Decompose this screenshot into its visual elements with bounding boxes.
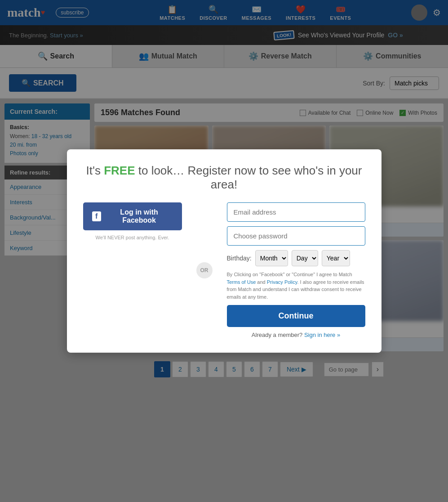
modal-overlay: It's FREE to look… Register now to see w… xyxy=(0,0,448,388)
modal-body: f Log in with Facebook We'll NEVER post … xyxy=(83,202,365,338)
month-select[interactable]: Month xyxy=(255,250,288,266)
signin-link[interactable]: Sign in here » xyxy=(304,332,340,338)
birthday-row: Birthday: Month Day Year xyxy=(227,250,365,266)
registration-modal: It's FREE to look… Register now to see w… xyxy=(67,149,381,353)
modal-right: Birthday: Month Day Year By Clicking on … xyxy=(227,202,365,338)
email-field[interactable] xyxy=(227,202,365,222)
modal-title: It's FREE to look… Register now to see w… xyxy=(83,164,365,192)
or-label: OR xyxy=(196,262,213,278)
modal-title-suffix: to look… Register now to see who's in yo… xyxy=(135,164,362,191)
facebook-icon: f xyxy=(92,211,101,221)
facebook-button-label: Log in with Facebook xyxy=(106,208,173,224)
already-member-text: Already a member? xyxy=(252,332,302,338)
modal-left: f Log in with Facebook We'll NEVER post … xyxy=(83,202,182,338)
day-select[interactable]: Day xyxy=(292,250,318,266)
year-select[interactable]: Year xyxy=(322,250,350,266)
never-post-text: We'll NEVER post anything. Ever. xyxy=(96,235,169,240)
modal-free-text: FREE xyxy=(104,164,135,177)
or-divider: OR xyxy=(196,202,213,338)
continue-button[interactable]: Continue xyxy=(227,305,365,327)
facebook-login-button[interactable]: f Log in with Facebook xyxy=(83,202,182,230)
password-field[interactable] xyxy=(227,226,365,246)
birthday-label: Birthday: xyxy=(227,255,252,262)
modal-title-prefix: It's xyxy=(86,164,104,177)
privacy-link[interactable]: Privacy Policy xyxy=(267,279,297,285)
signin-text: Already a member? Sign in here » xyxy=(227,332,365,338)
terms-link[interactable]: Terms of Use xyxy=(227,279,256,285)
terms-text: By Clicking on "Facebook" or "Continue" … xyxy=(227,271,365,300)
